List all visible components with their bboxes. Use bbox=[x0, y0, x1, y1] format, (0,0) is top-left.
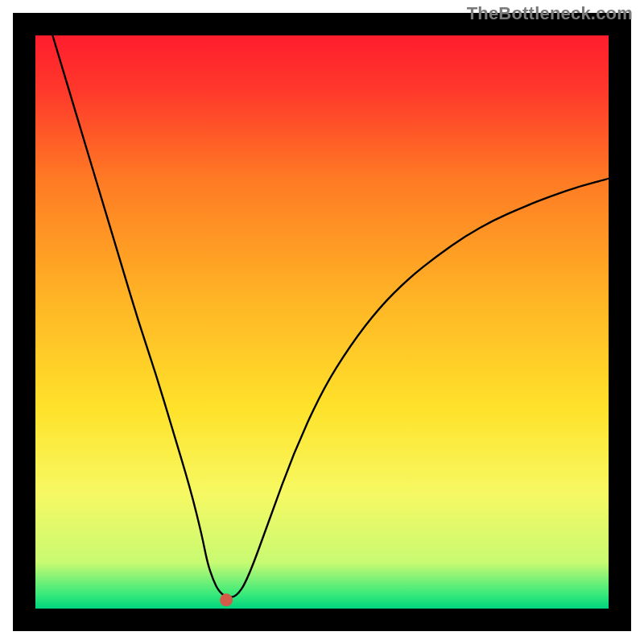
chart-container: TheBottleneck.com bbox=[0, 0, 644, 644]
plot-background bbox=[35, 35, 609, 609]
bottleneck-chart bbox=[0, 0, 644, 644]
watermark-text: TheBottleneck.com bbox=[467, 3, 633, 24]
optimum-marker bbox=[220, 593, 233, 606]
